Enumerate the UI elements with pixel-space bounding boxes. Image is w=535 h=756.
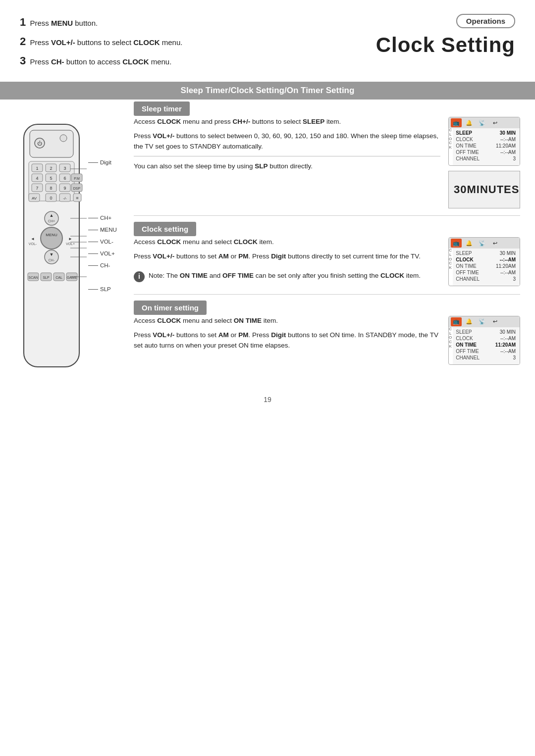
annot-slp: SLP <box>88 285 117 294</box>
tv-icon-2: 🔔 <box>464 118 475 127</box>
svg-text:8: 8 <box>50 186 52 191</box>
tv-icon-2-2: 🔔 <box>464 239 475 248</box>
svg-text:▲: ▲ <box>50 213 54 218</box>
on-timer-title: On timer setting <box>134 301 207 315</box>
svg-text:4: 4 <box>36 176 38 181</box>
svg-text:►: ► <box>68 237 72 241</box>
svg-text:3: 3 <box>63 166 66 171</box>
main-content: ⏻ 1 2 3 4 <box>0 100 535 386</box>
digit-dash <box>88 162 98 163</box>
svg-text:0: 0 <box>50 196 52 201</box>
screen3-ontime-row: ON TIME 11:20AM <box>456 342 516 348</box>
clock-setting-screen: 📺 🔔 📡 ↩ C L O C <box>448 237 520 286</box>
annot-menu: MENU <box>88 225 117 234</box>
minutes-display: 30MINUTES <box>448 171 520 208</box>
screen3-sleep-row: SLEEP 30 MIN <box>456 329 516 335</box>
page-title: Clock Setting <box>376 33 515 57</box>
svg-text:-/-: -/- <box>63 196 67 201</box>
chplus-dash <box>88 218 98 218</box>
sleep-timer-p3: You can also set the sleep time by using… <box>134 161 440 172</box>
sleep-timer-p2: Press VOL+/- buttons to select between 0… <box>134 131 440 152</box>
tv-icon-3-3: 📡 <box>477 317 487 326</box>
volplus-label: VOL+ <box>100 251 115 256</box>
clock-setting-body: Access CLOCK menu and select CLOCK item.… <box>134 237 520 287</box>
volminus-dash <box>88 242 98 242</box>
on-timer-body: Access CLOCK menu and select ON TIME ite… <box>134 316 520 365</box>
annot-vol-plus: VOL+ <box>88 249 117 258</box>
svg-text:CH-: CH- <box>49 258 55 262</box>
volplus-dash <box>88 253 98 254</box>
svg-text:MENU: MENU <box>46 233 57 237</box>
svg-text:SLP: SLP <box>43 276 50 279</box>
svg-text:P.M: P.M <box>74 177 80 180</box>
header-right: Operations Clock Setting <box>376 14 515 57</box>
tv-icons-row-3: 📺 🔔 📡 ↩ <box>449 316 520 327</box>
on-timer-p1: Access CLOCK menu and select ON TIME ite… <box>134 316 440 326</box>
chminus-dash <box>88 265 98 266</box>
tv-icon-2-3: 📡 <box>477 239 487 248</box>
svg-text:AV: AV <box>32 196 37 201</box>
tv-icon-2-4: ↩ <box>489 239 500 248</box>
note-icon: i <box>134 271 145 282</box>
svg-point-39 <box>41 227 62 249</box>
step-1: 1 Press MENU button. <box>20 14 376 30</box>
page-number: 19 <box>0 386 535 408</box>
svg-text:▼: ▼ <box>50 252 54 257</box>
remote-column: ⏻ 1 2 3 4 <box>15 104 124 381</box>
slp-dash <box>88 289 98 290</box>
tv-icon-3: 📡 <box>477 118 487 127</box>
svg-text:VOL+: VOL+ <box>66 242 75 246</box>
remote-annotations: Digit CH+ MENU VOL- <box>88 119 117 294</box>
sleep-timer-screen1: 📺 🔔 📡 ↩ C L O C <box>448 117 520 166</box>
volminus-label: VOL- <box>100 239 113 245</box>
tv-clock-col-2: C L O C K <box>449 249 452 286</box>
sleep-timer-screens: 📺 🔔 📡 ↩ C L O C <box>448 117 520 208</box>
screen2-ontime-row: ON TIME 11:20AM <box>456 263 516 269</box>
page-container: 1 Press MENU button. 2 Press VOL+/- butt… <box>0 0 535 408</box>
sleep-timer-body: Access CLOCK menu and press CH+/- button… <box>134 117 520 208</box>
tv-icons-row-2: 📺 🔔 📡 ↩ <box>449 238 520 249</box>
header: 1 Press MENU button. 2 Press VOL+/- butt… <box>0 0 535 77</box>
svg-text:⏻: ⏻ <box>37 141 42 146</box>
tv-inner-row: C L O C K SLEEP <box>449 128 520 165</box>
screen1-offtime-row: OFF TIME --:--AM <box>456 150 516 155</box>
note-text: Note: The ON TIME and OFF TIME can be se… <box>149 271 421 281</box>
tv-inner-row-3: C L O C K SLEEP <box>449 327 520 364</box>
sleep-timer-title: Sleep timer <box>134 101 190 116</box>
digit-label: Digit <box>100 159 111 165</box>
tv-icons-row: 📺 🔔 📡 ↩ <box>449 117 520 128</box>
on-timer-p2: Press VOL+/- buttons to set AM or PM. Pr… <box>134 330 440 351</box>
screen3-offtime-row: OFF TIME --:--AM <box>456 349 516 354</box>
clock-setting-title: Clock setting <box>134 222 196 236</box>
tv-data-3: SLEEP 30 MIN CLOCK --:--AM O <box>453 327 520 364</box>
remote-drawing: ⏻ 1 2 3 4 <box>15 119 88 378</box>
header-steps: 1 Press MENU button. 2 Press VOL+/- butt… <box>20 14 376 72</box>
screen1-sleep-row: SLEEP 30 MIN <box>456 130 516 136</box>
svg-text:7: 7 <box>36 186 38 191</box>
svg-point-4 <box>60 135 67 142</box>
tv-data-1: SLEEP 30 MIN CLOCK --:--AM O <box>453 128 520 165</box>
svg-text:VOL-: VOL- <box>29 242 37 246</box>
svg-text:SCAN: SCAN <box>28 276 38 279</box>
annot-digit: Digit <box>88 156 117 169</box>
tv-icon-2-1: 📺 <box>451 239 462 248</box>
clock-setting-screen1: 📺 🔔 📡 ↩ C L O C <box>448 237 520 286</box>
tv-clock-col: C L O C K <box>449 128 452 165</box>
screen2-clock-row: CLOCK --:--AM <box>456 257 516 262</box>
clock-setting-text: Access CLOCK menu and select CLOCK item.… <box>134 237 440 287</box>
tv-data-block-3: SLEEP 30 MIN CLOCK --:--AM O <box>453 327 520 364</box>
screen3-clock-row: CLOCK --:--AM <box>456 336 516 341</box>
annot-ch-plus: CH+ <box>88 213 117 222</box>
on-timer-screen: 📺 🔔 📡 ↩ C L O C <box>448 316 520 365</box>
clock-setting-section: Clock setting Access CLOCK menu and sele… <box>134 225 520 295</box>
svg-text:CAL: CAL <box>55 276 62 279</box>
tv-clock-col-3: C L O C K <box>449 327 452 364</box>
step-2: 2 Press VOL+/- buttons to select CLOCK m… <box>20 33 376 50</box>
section-banner: Sleep Timer/Clock Setting/On Timer Setti… <box>0 82 535 100</box>
tv-data-2: SLEEP 30 MIN CLOCK --:--AM O <box>453 249 520 286</box>
menu-label: MENU <box>100 227 117 233</box>
tv-icon-4: ↩ <box>489 118 500 127</box>
sleep-timer-p1: Access CLOCK menu and press CH+/- button… <box>134 117 440 127</box>
tv-inner-row-2: C L O C K SLEEP <box>449 249 520 286</box>
tv-icon-1: 📺 <box>451 118 462 127</box>
